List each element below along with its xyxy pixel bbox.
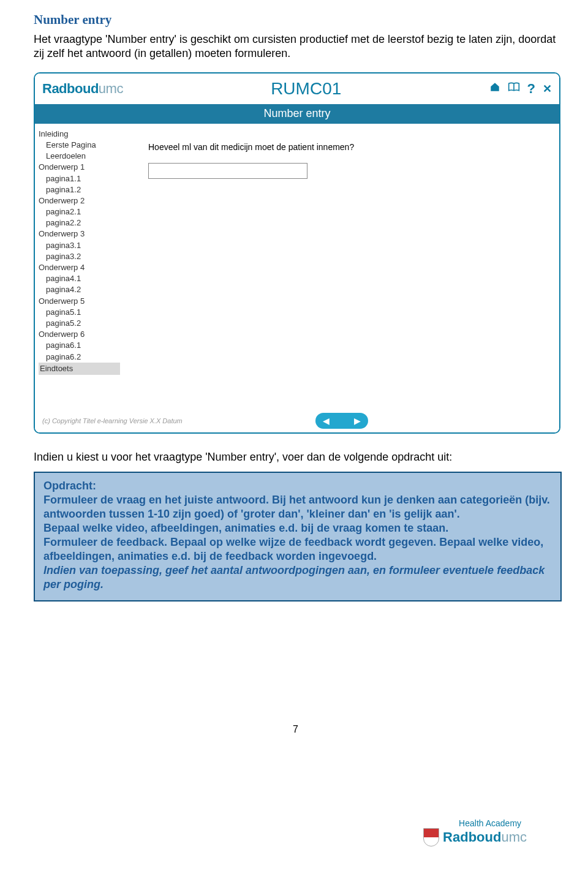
brand-logo: Radboudumc	[42, 81, 123, 97]
home-icon[interactable]	[489, 81, 500, 96]
number-input[interactable]	[148, 163, 307, 179]
sidebar-item[interactable]: Onderwerp 4	[39, 262, 120, 273]
footer-health-academy: Health Academy	[459, 818, 527, 828]
sidebar-item[interactable]: pagina3.1	[39, 240, 120, 251]
task-line-4: Indien van toepassing, geef het aantal a…	[43, 564, 545, 590]
app-header: Radboudumc RUMC01 ? ✕	[35, 74, 559, 104]
sidebar-item[interactable]: Eindtoets	[39, 363, 120, 375]
task-heading: Opdracht:	[43, 480, 96, 492]
sidebar-item[interactable]: pagina6.1	[39, 340, 120, 351]
lead-in-text: Indien u kiest u voor het vraagtype 'Num…	[34, 450, 557, 464]
sidebar-item[interactable]: Onderwerp 1	[39, 162, 120, 173]
sidebar-item[interactable]: Onderwerp 2	[39, 195, 120, 206]
task-box: Opdracht: Formuleer de vraag en het juis…	[34, 472, 562, 601]
intro-paragraph: Het vraagtype 'Number entry' is geschikt…	[34, 32, 557, 61]
sidebar-nav: InleidingEerste PaginaLeerdoelenOnderwer…	[35, 124, 124, 412]
footer-brand-sub: umc	[501, 829, 527, 845]
course-code: RUMC01	[123, 79, 489, 99]
footer-logo: Health Academy Radboudumc	[423, 818, 527, 846]
sidebar-item[interactable]: pagina5.2	[39, 318, 120, 329]
close-icon[interactable]: ✕	[543, 82, 552, 96]
sidebar-item[interactable]: Onderwerp 5	[39, 296, 120, 307]
task-line-3: Formuleer de feedback. Bepaal op welke w…	[43, 536, 543, 562]
sidebar-item[interactable]: pagina2.2	[39, 217, 120, 228]
sidebar-item[interactable]: Onderwerp 3	[39, 228, 120, 239]
question-area: Hoeveel ml van dit medicijn moet de pati…	[124, 124, 559, 412]
shield-icon	[423, 828, 439, 846]
prev-button[interactable]: ◀	[323, 416, 330, 426]
nav-pill: ◀ ▶	[315, 413, 368, 429]
footer-brand-main: Radboud	[443, 829, 501, 845]
sidebar-item[interactable]: pagina5.1	[39, 307, 120, 318]
task-line-1: Formuleer de vraag en het juiste antwoor…	[43, 494, 550, 520]
sidebar-item[interactable]: Inleiding	[39, 129, 120, 140]
sidebar-item[interactable]: pagina4.2	[39, 284, 120, 295]
header-icons: ? ✕	[489, 81, 552, 97]
sidebar-item[interactable]: Leerdoelen	[39, 151, 120, 162]
help-icon[interactable]: ?	[527, 81, 535, 97]
copyright-text: (c) Copyright Titel e-learning Versie X.…	[42, 417, 315, 424]
task-line-2: Bepaal welke video, afbeeldingen, animat…	[43, 522, 448, 534]
title-bar: Number entry	[35, 104, 559, 124]
sidebar-item[interactable]: Eerste Pagina	[39, 140, 120, 151]
sidebar-item[interactable]: pagina4.1	[39, 273, 120, 284]
sidebar-item[interactable]: pagina6.2	[39, 352, 120, 363]
question-text: Hoeveel ml van dit medicijn moet de pati…	[148, 142, 535, 152]
page-number: 7	[34, 724, 557, 735]
sidebar-item[interactable]: pagina1.2	[39, 184, 120, 195]
book-icon[interactable]	[508, 82, 520, 95]
sidebar-item[interactable]: pagina2.1	[39, 206, 120, 217]
sidebar-item[interactable]: pagina1.1	[39, 173, 120, 184]
brand-main: Radboud	[42, 81, 99, 96]
sidebar-item[interactable]: Onderwerp 6	[39, 329, 120, 340]
app-screenshot: Radboudumc RUMC01 ? ✕ Number entry Inlei…	[34, 72, 560, 434]
app-footer: (c) Copyright Titel e-learning Versie X.…	[35, 409, 559, 432]
section-title: Number entry	[34, 12, 557, 28]
sidebar-item[interactable]: pagina3.2	[39, 251, 120, 262]
next-button[interactable]: ▶	[354, 416, 361, 426]
brand-sub: umc	[99, 81, 123, 96]
